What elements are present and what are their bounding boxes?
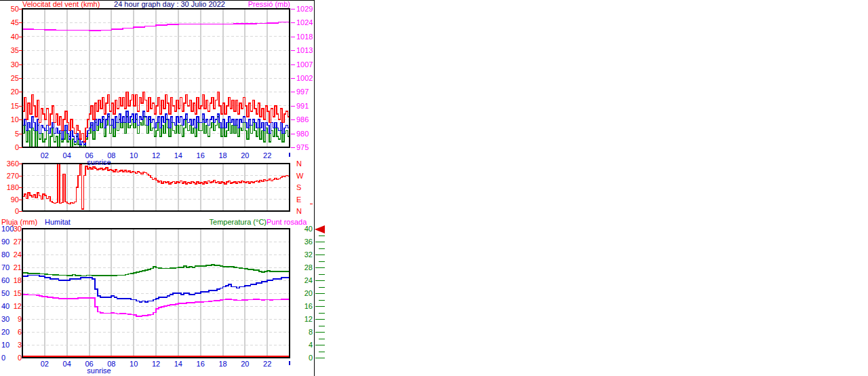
ruler-tick [315,345,325,345]
ruler-tick [319,261,325,262]
x-tick-label: 14 [171,360,186,367]
ruler-tick [319,352,325,352]
x-tick-label: 18 [216,360,231,367]
bottom-x-axis: 0204060810121416182022 [0,0,315,376]
ruler-tick [315,242,325,242]
ruler-tick [315,319,325,320]
ruler-tick [319,248,325,249]
ruler-tick [315,255,325,255]
ruler-tick [319,287,325,288]
ruler-tick [315,267,325,268]
ruler-tick [315,306,325,307]
ruler-tick [319,300,325,301]
clipped-end-tick-bottom [289,361,290,365]
temperature-ruler [314,0,328,376]
x-tick-label: 22 [260,360,275,367]
ruler-tick [315,358,325,358]
ruler-tick [315,280,325,281]
x-tick-label: 20 [237,360,252,367]
ruler-tick [319,313,325,314]
x-tick-label: 10 [126,360,141,367]
ruler-tick [319,274,325,275]
ruler-tick [319,339,325,339]
temperature-marker-arrow-icon [315,225,325,233]
x-tick-label: 02 [37,360,52,367]
ruler-tick [315,293,325,294]
ruler-tick [315,332,325,333]
ruler-tick [319,236,325,236]
x-tick-label: 16 [193,360,208,367]
x-tick-label: 04 [60,360,75,367]
weather-graph-page: { "title": "24 hour graph day : 30 Julio… [0,0,868,376]
sunrise-label-bottom: sunrise [85,367,113,375]
ruler-tick [319,326,325,326]
x-tick-label: 12 [149,360,163,367]
